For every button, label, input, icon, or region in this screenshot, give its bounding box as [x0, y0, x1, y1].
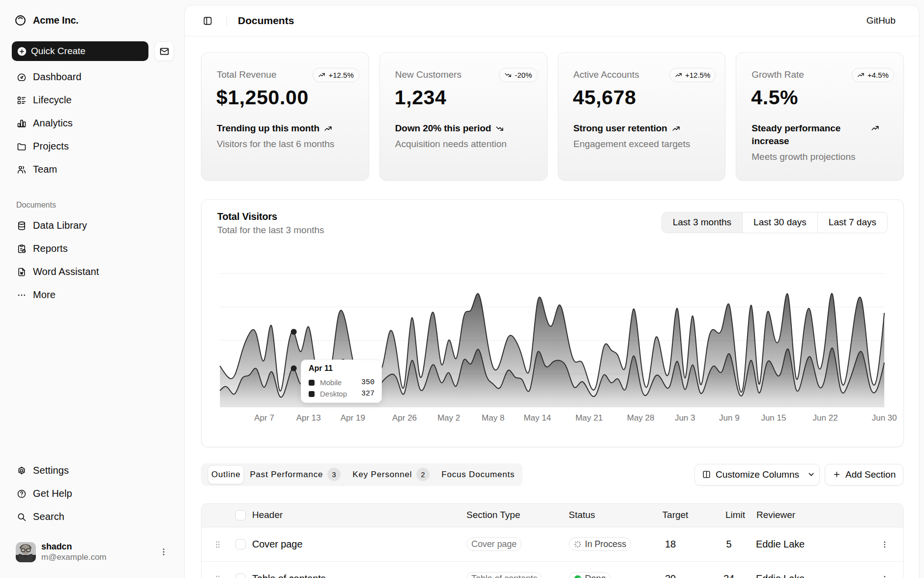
svg-text:Jun 22: Jun 22: [813, 413, 838, 423]
svg-text:Jun 15: Jun 15: [761, 413, 786, 423]
svg-text:Jun 30: Jun 30: [872, 413, 897, 423]
svg-text:May 21: May 21: [576, 413, 603, 423]
svg-text:Apr 19: Apr 19: [341, 413, 365, 423]
svg-text:May 28: May 28: [627, 413, 655, 423]
svg-text:Apr 13: Apr 13: [296, 413, 321, 423]
svg-text:Jun 9: Jun 9: [719, 413, 740, 423]
svg-text:May 14: May 14: [523, 413, 551, 423]
svg-text:Jun 3: Jun 3: [675, 413, 695, 423]
svg-text:May 2: May 2: [437, 413, 460, 423]
svg-text:Apr 7: Apr 7: [254, 413, 274, 423]
svg-text:May 8: May 8: [482, 413, 504, 423]
svg-text:Apr 26: Apr 26: [392, 413, 417, 423]
